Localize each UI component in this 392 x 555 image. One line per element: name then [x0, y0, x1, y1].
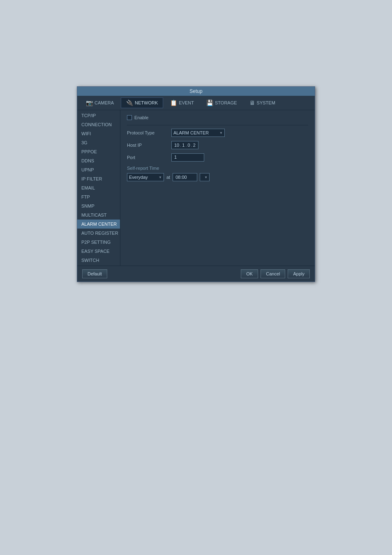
sidebar-item-wifi[interactable]: WIFI — [77, 129, 120, 138]
sidebar-item-email[interactable]: EMAIL — [77, 183, 120, 192]
at-label: at — [166, 175, 170, 180]
tab-system-label: SYSTEM — [257, 100, 275, 105]
tab-camera-label: CAMERA — [95, 100, 114, 105]
self-report-section: Self-report Time Everyday ▼ at 08:00 ▼ — [127, 166, 308, 181]
schedule-value: Everyday — [129, 175, 148, 180]
network-icon: 🔌 — [126, 99, 133, 106]
host-ip-field[interactable]: 10 . 1 . 0 . 2 — [171, 141, 198, 149]
sidebar-item-tcpip[interactable]: TCP/IP — [77, 111, 120, 120]
ok-button[interactable]: OK — [241, 269, 258, 278]
ip-seg1: 10 — [174, 143, 179, 148]
port-value: 1 — [174, 155, 177, 160]
sidebar-item-connection[interactable]: CONNECTION — [77, 120, 120, 129]
time-ampm-dropdown[interactable]: ▼ — [200, 173, 210, 181]
ip-dot3: . — [191, 143, 192, 148]
storage-icon: 💾 — [206, 99, 213, 106]
divider-1 — [127, 125, 308, 125]
sidebar-item-ip-filter[interactable]: IP FILTER — [77, 174, 120, 183]
event-icon: 📋 — [170, 99, 177, 106]
footer: Default OK Cancel Apply — [77, 266, 315, 282]
time-input[interactable]: 08:00 — [173, 173, 197, 181]
sidebar-item-snmp[interactable]: SNMP — [77, 201, 120, 210]
main-panel: Enable Protocol Type ALARM CENTER ▼ Host… — [120, 110, 315, 266]
enable-label: Enable — [134, 115, 148, 120]
tab-network[interactable]: 🔌 NETWORK — [121, 97, 163, 108]
apply-button[interactable]: Apply — [288, 269, 310, 278]
tab-storage-label: STORAGE — [215, 100, 237, 105]
ip-seg3: 0 — [188, 143, 190, 148]
sidebar-item-multicast[interactable]: MULTICAST — [77, 210, 120, 220]
protocol-type-dropdown[interactable]: ALARM CENTER ▼ — [171, 129, 225, 137]
time-row: Everyday ▼ at 08:00 ▼ — [127, 173, 308, 181]
sidebar-item-auto-register[interactable]: AUTO REGISTER — [77, 229, 120, 238]
sidebar-item-easy-space[interactable]: EASY SPACE — [77, 247, 120, 256]
schedule-arrow: ▼ — [159, 176, 162, 179]
protocol-type-value: ALARM CENTER — [173, 130, 209, 135]
sidebar-item-alarm-center[interactable]: ALARM CENTER — [77, 220, 120, 229]
sidebar: TCP/IP CONNECTION WIFI 3G PPPOE DDNS UPN… — [77, 110, 120, 266]
host-ip-label: Host IP — [127, 143, 168, 148]
port-label: Port — [127, 155, 168, 160]
camera-icon: 📷 — [86, 99, 93, 106]
sidebar-item-pppoe[interactable]: PPPOE — [77, 147, 120, 156]
protocol-type-arrow: ▼ — [219, 131, 223, 135]
footer-right: OK Cancel Apply — [241, 269, 310, 278]
sidebar-item-ddns[interactable]: DDNS — [77, 156, 120, 165]
tab-system[interactable]: 🖥 SYSTEM — [244, 97, 281, 108]
sidebar-item-switch[interactable]: SWITCH — [77, 256, 120, 265]
sidebar-item-3g[interactable]: 3G — [77, 138, 120, 147]
ip-dot2: . — [185, 143, 187, 148]
host-ip-row: Host IP 10 . 1 . 0 . 2 — [127, 141, 308, 149]
ip-dot1: . — [180, 143, 181, 148]
ip-seg2: 1 — [182, 143, 184, 148]
ip-seg4: 2 — [193, 143, 196, 148]
port-input[interactable]: 1 — [171, 153, 204, 162]
protocol-type-label: Protocol Type — [127, 130, 168, 135]
time-arrow: ▼ — [204, 176, 208, 179]
sidebar-item-ftp[interactable]: FTP — [77, 192, 120, 201]
self-report-label: Self-report Time — [127, 166, 308, 171]
protocol-type-row: Protocol Type ALARM CENTER ▼ — [127, 129, 308, 137]
schedule-dropdown[interactable]: Everyday ▼ — [127, 173, 164, 181]
content-area: TCP/IP CONNECTION WIFI 3G PPPOE DDNS UPN… — [77, 110, 315, 266]
tab-network-label: NETWORK — [135, 100, 158, 105]
system-icon: 🖥 — [249, 99, 255, 106]
tab-event[interactable]: 📋 EVENT — [165, 97, 199, 108]
sidebar-item-upnp[interactable]: UPNP — [77, 165, 120, 174]
port-row: Port 1 — [127, 153, 308, 162]
sidebar-item-p2p-setting[interactable]: P2P SETTING — [77, 238, 120, 247]
cancel-button[interactable]: Cancel — [261, 269, 285, 278]
enable-row: Enable — [127, 115, 308, 120]
tab-storage[interactable]: 💾 STORAGE — [201, 97, 242, 108]
setup-dialog: Setup 📷 CAMERA 🔌 NETWORK 📋 EVENT 💾 STORA… — [77, 86, 315, 282]
dialog-title: Setup — [77, 87, 315, 96]
time-value: 08:00 — [175, 175, 187, 180]
tab-bar: 📷 CAMERA 🔌 NETWORK 📋 EVENT 💾 STORAGE 🖥 S… — [77, 96, 315, 110]
enable-checkbox[interactable] — [127, 115, 132, 120]
tab-camera[interactable]: 📷 CAMERA — [81, 97, 119, 108]
default-button[interactable]: Default — [82, 269, 107, 278]
tab-event-label: EVENT — [179, 100, 194, 105]
